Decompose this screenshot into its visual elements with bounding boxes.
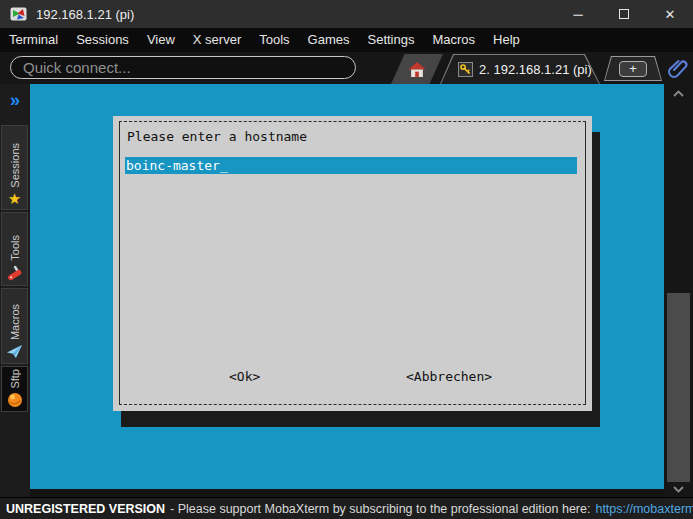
tab-home[interactable] [391,54,443,84]
ok-button[interactable]: <Ok> [229,369,260,384]
scrollbar-thumb[interactable] [667,293,690,482]
menu-terminal[interactable]: Terminal [0,28,67,52]
minimize-button[interactable]: ─ [555,0,601,28]
new-tab-button[interactable]: + [604,56,662,81]
menu-settings[interactable]: Settings [359,28,424,52]
tab-label: 2. 192.168.1.21 (pi) [479,62,592,77]
mobaxterm-window: 192.168.1.21 (pi) ─ ✕ Terminal Sessions … [0,0,693,519]
mobatek-link[interactable]: https://mobaxterm.mobatek.net [595,502,693,516]
mobaxterm-logo-icon [10,6,27,23]
chevron-up-icon [673,90,684,97]
minimize-icon: ─ [573,7,582,22]
left-sidebar: » Sessions ★ Tools Macros [0,84,30,497]
main-area: » Sessions ★ Tools Macros [0,84,693,497]
terminal-scrollbar[interactable] [664,84,693,497]
status-message: - Please support MobaXterm by subscribin… [170,502,590,516]
quick-connect-input[interactable] [10,56,356,79]
dialog-title: Please enter a hostname [127,129,307,144]
sidebar-tab-tools-label: Tools [9,235,21,261]
new-tab-body: + [605,57,661,80]
menu-tools[interactable]: Tools [250,28,298,52]
star-icon: ★ [8,191,21,206]
chevron-down-icon [673,486,684,493]
orange-globe-icon [7,392,23,408]
unregistered-version-label: UNREGISTERED VERSION [6,502,165,516]
maximize-button[interactable] [601,0,647,28]
sidebar-tab-macros[interactable]: Macros [1,288,28,364]
hostname-input-value: boinc-master [126,158,220,173]
window-title: 192.168.1.21 (pi) [36,7,134,22]
status-bar: UNREGISTERED VERSION - Please support Mo… [0,497,693,519]
menu-bar: Terminal Sessions View X server Tools Ga… [0,28,693,52]
window-controls: ─ ✕ [555,0,693,28]
sidebar-tab-sftp[interactable]: Sftp [1,366,28,412]
plus-icon: + [619,61,647,77]
tab-active-session-body: 2. 192.168.1.21 (pi) × [441,55,599,84]
sidebar-tab-sessions[interactable]: Sessions ★ [1,125,28,210]
ssh-key-icon [458,62,473,77]
close-icon: ✕ [665,7,676,22]
expand-sidebar-button[interactable]: » [0,90,30,111]
hostname-dialog: Please enter a hostname boinc-master_ <O… [113,116,592,411]
hostname-input[interactable]: boinc-master_ [125,157,577,174]
cancel-button[interactable]: <Abbrechen> [406,369,492,384]
scroll-up-button[interactable] [664,86,693,100]
menu-games[interactable]: Games [299,28,359,52]
paper-plane-icon [6,343,23,360]
sidebar-tab-tools[interactable]: Tools [1,212,28,286]
menu-x-server[interactable]: X server [184,28,250,52]
sidebar-tab-macros-label: Macros [9,304,21,340]
menu-sessions[interactable]: Sessions [67,28,138,52]
menu-view[interactable]: View [138,28,184,52]
sidebar-tab-sftp-label: Sftp [9,369,21,389]
menu-macros[interactable]: Macros [423,28,484,52]
menu-help[interactable]: Help [484,28,529,52]
swiss-knife-icon [6,264,24,282]
attach-paperclip-icon[interactable] [666,57,690,81]
tab-active-session[interactable]: 2. 192.168.1.21 (pi) × [440,54,600,84]
sidebar-tab-sessions-label: Sessions [9,143,21,188]
tab-bar: 2. 192.168.1.21 (pi) × + [0,52,693,84]
text-cursor: _ [220,158,228,173]
title-bar: 192.168.1.21 (pi) ─ ✕ [0,0,693,28]
scroll-down-button[interactable] [664,482,693,496]
maximize-icon [619,9,629,19]
close-button[interactable]: ✕ [647,0,693,28]
home-icon [408,62,426,77]
